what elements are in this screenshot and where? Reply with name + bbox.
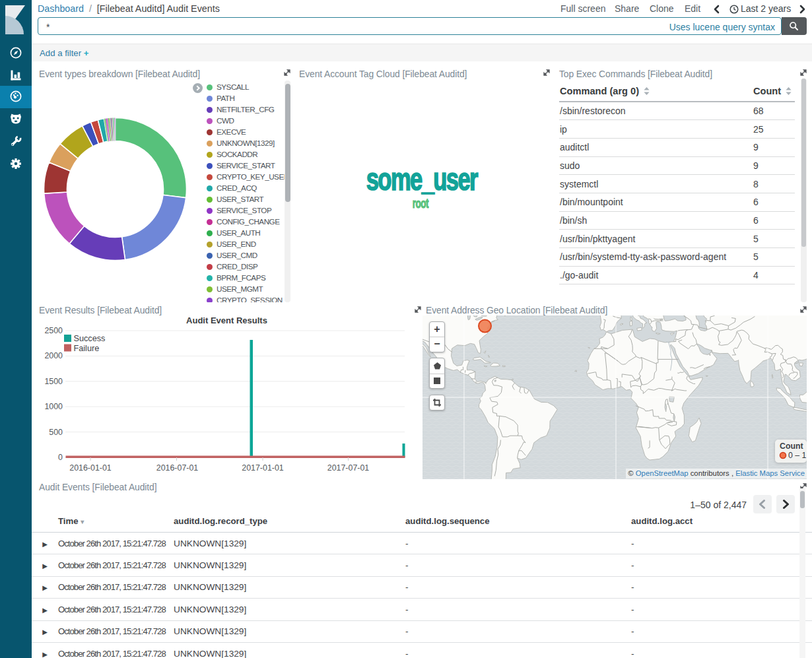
- svg-text:Failure: Failure: [74, 344, 100, 353]
- svg-text:500: 500: [49, 428, 63, 437]
- svg-text:0: 0: [58, 453, 63, 462]
- svg-text:1500: 1500: [44, 377, 63, 386]
- svg-text:2017-01-01: 2017-01-01: [242, 463, 283, 473]
- svg-text:1000: 1000: [44, 402, 63, 411]
- svg-text:2500: 2500: [44, 326, 63, 335]
- svg-text:2016-01-01: 2016-01-01: [69, 463, 111, 473]
- svg-text:Success: Success: [74, 334, 106, 343]
- svg-text:2000: 2000: [44, 351, 63, 360]
- svg-text:2017-07-01: 2017-07-01: [327, 463, 369, 473]
- svg-text:2016-07-01: 2016-07-01: [156, 463, 198, 473]
